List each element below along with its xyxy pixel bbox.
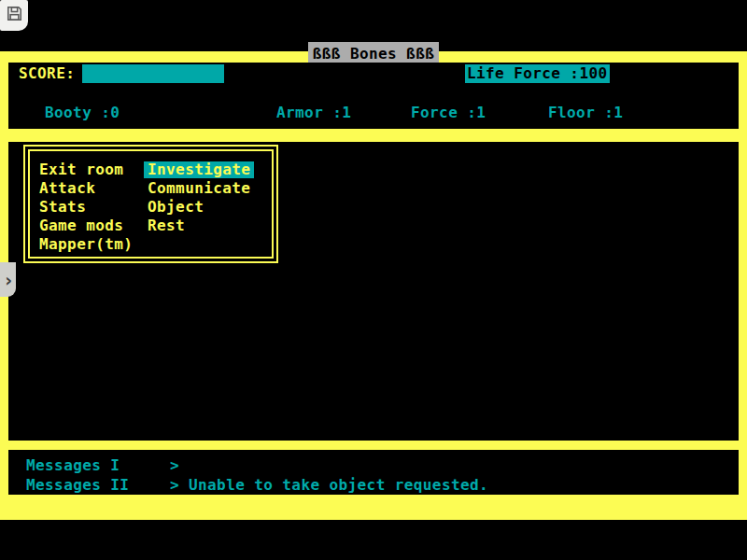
message-row: Messages I >: [8, 456, 739, 475]
sidebar-toggle[interactable]: ›: [0, 262, 16, 297]
message-row: Messages II > Unable to take object requ…: [8, 476, 739, 495]
score-value: 0: [209, 83, 224, 101]
menu-item-game-mods[interactable]: Game mods: [39, 217, 123, 234]
messages-2-prompt: >: [170, 476, 179, 495]
score-label: SCORE:: [19, 64, 75, 83]
messages-2-text: Unable to take object requested.: [189, 476, 488, 495]
score-bar: 0: [82, 64, 224, 83]
stat-floor: Floor :1: [548, 104, 623, 122]
menu-item-object[interactable]: Object: [148, 199, 204, 216]
stats-panel: SCORE: 0 Life Force :100 Booty :0 Armor …: [8, 63, 739, 129]
menu-item-exit-room[interactable]: Exit room: [39, 161, 123, 178]
main-panel: Exit room Investigate Attack Communicate…: [8, 142, 739, 441]
menu-item-stats[interactable]: Stats: [39, 199, 86, 216]
game-screen: ßßß Bones ßßß SCORE: 0 Life Force :100 B…: [0, 51, 747, 520]
command-menu-inner: Exit room Investigate Attack Communicate…: [28, 149, 274, 259]
chevron-right-icon: ›: [3, 269, 14, 291]
stat-booty: Booty :0: [45, 104, 120, 122]
messages-1-prompt: >: [170, 456, 179, 475]
stat-force: Force :1: [411, 104, 486, 122]
messages-panel: Messages I > Messages II > Unable to tak…: [8, 450, 739, 495]
menu-item-rest[interactable]: Rest: [148, 217, 185, 234]
game-title: ßßß Bones ßßß: [313, 45, 434, 63]
floppy-disk-icon: [6, 5, 23, 25]
menu-item-investigate[interactable]: Investigate: [144, 161, 254, 178]
save-button[interactable]: [0, 0, 28, 31]
messages-2-label: Messages II: [26, 476, 129, 495]
stat-armor: Armor :1: [276, 104, 351, 122]
menu-item-communicate[interactable]: Communicate: [148, 180, 250, 197]
messages-1-label: Messages I: [26, 456, 120, 475]
menu-item-mapper[interactable]: Mapper(tm): [39, 236, 133, 253]
life-force-badge: Life Force :100: [465, 64, 610, 83]
command-menu: Exit room Investigate Attack Communicate…: [23, 145, 278, 263]
menu-item-attack[interactable]: Attack: [39, 180, 95, 197]
